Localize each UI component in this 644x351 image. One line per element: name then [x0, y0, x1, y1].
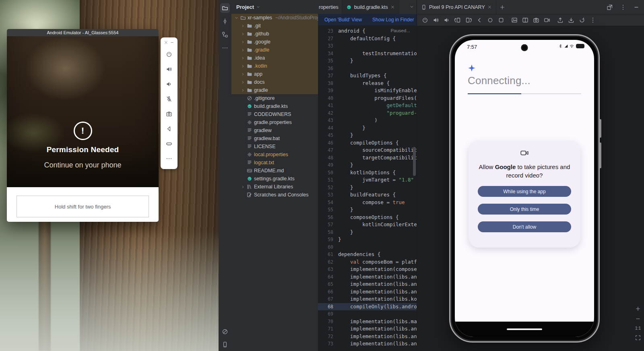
back-button[interactable] — [161, 121, 178, 136]
code-line-65[interactable]: 65implementation(libs.andr — [318, 281, 417, 288]
code-line-38[interactable]: 38release { — [318, 80, 417, 87]
code-line-70[interactable]: 70implementation(libs.mate — [318, 318, 417, 326]
close-tab-icon[interactable] — [390, 5, 395, 9]
code-line-73[interactable]: 73implementation(libs.andr — [318, 340, 417, 348]
tree-root-xr-samples[interactable]: xr-samples ~/AndroidStudioProj — [231, 14, 318, 22]
inspections-tool-button[interactable] — [220, 327, 230, 337]
more-button[interactable] — [161, 151, 178, 166]
code-line-52[interactable]: 52} — [318, 184, 417, 192]
code-line-53[interactable]: 53buildFeatures { — [318, 191, 417, 199]
code-line-55[interactable]: 55} — [318, 206, 417, 214]
chevron-right-icon[interactable] — [240, 72, 245, 76]
volume-down-button[interactable] — [443, 16, 451, 24]
minimize-icon[interactable] — [170, 40, 174, 45]
tree-item-idea[interactable]: .idea — [231, 54, 318, 62]
code-line-41[interactable]: 41getDefaultPr — [318, 102, 417, 109]
tree-item-gradlew[interactable]: gradlew — [231, 126, 318, 134]
chevron-down-icon[interactable] — [234, 16, 239, 20]
code-line-43[interactable]: 43) — [318, 117, 417, 124]
tab-gradle-properties[interactable]: roperties — [318, 0, 342, 14]
tree-item-git[interactable]: .git — [231, 22, 318, 30]
chevron-right-icon[interactable] — [240, 185, 245, 189]
chevron-right-icon[interactable] — [240, 48, 245, 52]
show-log-in-finder-link[interactable]: Show Log in Finder — [372, 17, 414, 23]
open-build-view-link[interactable]: Open 'Build' View — [324, 17, 362, 23]
code-line-72[interactable]: 72implementation(libs.andr — [318, 333, 417, 341]
minimize-button[interactable] — [632, 3, 640, 11]
code-line-51[interactable]: 51jvmTarget = "1.8" — [318, 176, 417, 184]
while-using-app-button[interactable]: While using the app — [478, 186, 571, 197]
fit-to-window-icon[interactable] — [635, 335, 641, 341]
code-line-48[interactable]: 48targetCompatibility — [318, 154, 417, 162]
code-line-37[interactable]: 37buildTypes { — [318, 72, 417, 80]
snapshot-button[interactable] — [578, 16, 586, 24]
tree-item-docs[interactable]: docs — [231, 78, 318, 86]
editor-scrollbar-thumb[interactable] — [413, 147, 416, 176]
emulator-title-bar[interactable]: Android Emulator - AI_Glasses:5554 — [7, 29, 159, 36]
code-line-36[interactable]: 36 — [318, 65, 417, 72]
power-button[interactable] — [421, 16, 429, 24]
code-line-64[interactable]: 64implementation(libs.andr — [318, 273, 417, 281]
chevron-right-icon[interactable] — [240, 80, 245, 85]
mic-off-button[interactable] — [161, 91, 178, 106]
camera-button[interactable] — [532, 16, 540, 24]
tree-item-external-libraries[interactable]: External Libraries — [231, 183, 318, 191]
tree-item-scratches-and-consoles[interactable]: Scratches and Consoles — [231, 191, 318, 199]
kebab-button[interactable] — [619, 3, 627, 11]
close-icon[interactable] — [164, 40, 168, 45]
tree-item-local-properties[interactable]: local.properties — [231, 151, 318, 159]
chevron-down-icon[interactable] — [256, 5, 260, 9]
power-button[interactable] — [161, 47, 178, 62]
record-button[interactable] — [543, 16, 551, 24]
upload-button[interactable] — [556, 16, 564, 24]
tree-item-build-gradle-kts[interactable]: build.gradle.kts — [231, 102, 318, 110]
code-line-59[interactable]: 59} — [318, 236, 417, 244]
hidden-tabs-chevron-icon[interactable] — [409, 4, 414, 9]
tree-item-google[interactable]: .google — [231, 38, 318, 46]
chevron-right-icon[interactable] — [240, 56, 245, 60]
code-line-47[interactable]: 47sourceCompatibility — [318, 147, 417, 154]
tree-item-settings-gradle-kts[interactable]: settings.gradle.kts — [231, 175, 318, 183]
tree-item-logcat-txt[interactable]: logcat.txt — [231, 159, 318, 167]
chevron-right-icon[interactable] — [240, 32, 245, 36]
code-line-56[interactable]: 56composeOptions { — [318, 214, 417, 221]
download-button[interactable] — [567, 16, 575, 24]
code-line-35[interactable]: 35} — [318, 57, 417, 65]
volume-up-button[interactable] — [161, 62, 178, 76]
code-line-34[interactable]: 34testInstrumentationR — [318, 50, 417, 58]
code-line-61[interactable]: 61dependencies { — [318, 251, 417, 258]
tree-item-readme-md[interactable]: README.md — [231, 167, 318, 175]
chevron-right-icon[interactable] — [240, 64, 245, 68]
zoom-in-icon[interactable] — [635, 306, 641, 312]
back-nav-button[interactable] — [475, 16, 483, 24]
code-line-45[interactable]: 45} — [318, 132, 417, 139]
code-line-44[interactable]: 44} — [318, 124, 417, 132]
code-line-42[interactable]: 42"proguard-ru — [318, 109, 417, 117]
code-line-50[interactable]: 50kotlinOptions { — [318, 169, 417, 177]
tree-item-gradlew-bat[interactable]: gradlew.bat — [231, 134, 318, 142]
code-line-39[interactable]: 39isMinifyEnabled — [318, 87, 417, 95]
tree-item-app[interactable]: app — [231, 70, 318, 78]
zoom-reset-label[interactable]: 1:1 — [635, 326, 641, 330]
tree-item-gitignore[interactable]: .gitignore — [231, 94, 318, 102]
project-panel-header[interactable]: Project — [231, 0, 318, 14]
commit-tool-button[interactable] — [220, 17, 230, 26]
tree-item-github[interactable]: .github — [231, 30, 318, 38]
chevron-right-icon[interactable] — [240, 24, 245, 28]
code-line-69[interactable]: 69 — [318, 310, 417, 318]
only-this-time-button[interactable]: Only this time — [478, 204, 571, 215]
code-line-54[interactable]: 54compose = true — [318, 199, 417, 206]
chevron-right-icon[interactable] — [240, 88, 245, 93]
code-editor[interactable]: 23android {27defaultConfig {3334testInst… — [318, 25, 417, 351]
tree-item-gradle[interactable]: .gradle — [231, 46, 318, 54]
project-tool-button[interactable] — [220, 3, 230, 13]
tab-build-gradle-kts[interactable]: build.gradle.kts — [342, 0, 399, 14]
code-line-27[interactable]: 27defaultConfig { — [318, 35, 417, 43]
structure-tool-button[interactable] — [220, 30, 230, 39]
add-device-tab-icon[interactable] — [500, 4, 505, 10]
code-line-66[interactable]: 66implementation(libs.andr — [318, 288, 417, 296]
code-line-46[interactable]: 46compileOptions { — [318, 139, 417, 147]
tree-item-gradle-properties[interactable]: gradle.properties — [231, 118, 318, 126]
emulator-screen[interactable]: ! Permission Needed Continue on your pho… — [7, 36, 159, 187]
tree-item-license[interactable]: LICENSE — [231, 142, 318, 151]
